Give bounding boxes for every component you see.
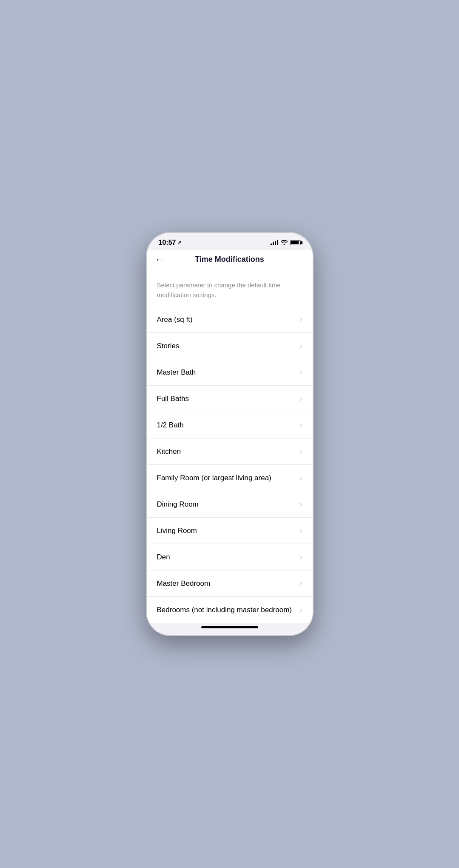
back-arrow-icon: ← [155,254,165,265]
list-item-den[interactable]: Den› [147,544,313,570]
battery-icon [290,240,301,245]
list-item-label-living-room: Living Room [157,527,197,535]
chevron-icon-master-bath: › [300,368,302,377]
phone-frame: 10:57 ↗ ← T [147,233,313,635]
list-item-label-dining-room: Dining Room [157,500,199,509]
content-area: Select parameter to change the default t… [147,270,313,623]
parameters-list: Area (sq ft)›Stories›Master Bath›Full Ba… [147,307,313,623]
status-time: 10:57 ↗ [159,239,182,246]
signal-bar-3 [275,241,276,245]
list-item-area[interactable]: Area (sq ft)› [147,307,313,333]
time-display: 10:57 [159,239,176,246]
list-item-living-room[interactable]: Living Room› [147,518,313,544]
list-item-label-master-bath: Master Bath [157,368,196,377]
chevron-icon-half-bath: › [300,421,302,430]
list-item-label-half-bath: 1/2 Bath [157,421,184,430]
list-item-full-baths[interactable]: Full Baths› [147,386,313,412]
chevron-icon-family-room: › [300,473,302,482]
status-bar: 10:57 ↗ [147,233,313,250]
signal-bar-2 [273,242,274,245]
nav-bar: ← Time Modifications [147,250,313,270]
list-item-family-room[interactable]: Family Room (or largest living area)› [147,465,313,491]
signal-bar-1 [271,243,272,245]
list-item-master-bath[interactable]: Master Bath› [147,359,313,386]
list-item-stories[interactable]: Stories› [147,333,313,359]
list-item-label-area: Area (sq ft) [157,315,193,324]
home-indicator [147,623,313,635]
list-item-label-master-bedroom: Master Bedroom [157,579,211,588]
list-item-label-bedrooms: Bedrooms (not including master bedroom) [157,606,292,614]
back-button[interactable]: ← [155,254,165,265]
chevron-icon-full-baths: › [300,394,302,403]
battery-fill [291,241,299,244]
description-text: Select parameter to change the default t… [147,270,313,307]
signal-bar-4 [277,240,278,245]
list-item-dining-room[interactable]: Dining Room› [147,491,313,518]
wifi-icon [281,240,288,246]
location-icon: ↗ [177,240,182,246]
list-item-master-bedroom[interactable]: Master Bedroom› [147,570,313,597]
list-item-label-stories: Stories [157,342,180,350]
chevron-icon-area: › [300,315,302,324]
list-item-bedrooms[interactable]: Bedrooms (not including master bedroom)› [147,597,313,623]
list-item-label-kitchen: Kitchen [157,447,181,456]
status-icons [271,240,301,246]
chevron-icon-stories: › [300,341,302,350]
home-bar [201,626,258,628]
chevron-icon-bedrooms: › [300,605,302,614]
chevron-icon-living-room: › [300,526,302,535]
signal-bars-icon [271,240,278,245]
chevron-icon-dining-room: › [300,500,302,509]
chevron-icon-master-bedroom: › [300,579,302,588]
chevron-icon-kitchen: › [300,447,302,456]
list-item-label-full-baths: Full Baths [157,395,189,403]
chevron-icon-den: › [300,553,302,561]
list-item-label-family-room: Family Room (or largest living area) [157,474,271,482]
list-item-half-bath[interactable]: 1/2 Bath› [147,412,313,438]
page-title: Time Modifications [195,255,264,264]
list-item-kitchen[interactable]: Kitchen› [147,438,313,465]
list-item-label-den: Den [157,553,170,561]
